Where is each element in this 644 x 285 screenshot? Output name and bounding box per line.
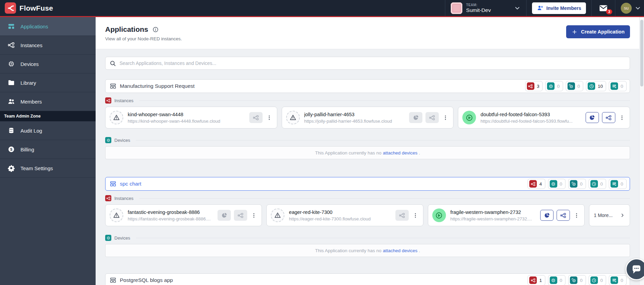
instance-name: kind-whooper-swan-4448 (128, 112, 245, 117)
chip-arrow-icon (570, 276, 577, 284)
instance-tile[interactable]: doubtful-red-footed-falcon-5393 https://… (458, 107, 630, 128)
status-suspended-icon (110, 208, 123, 222)
devices-section-label: Devices (105, 137, 630, 144)
instance-menu-button[interactable] (618, 114, 626, 121)
sidebar-item-billing[interactable]: Billing (0, 140, 96, 159)
instances-section-label: Instances (105, 195, 630, 202)
divider (139, 198, 630, 199)
dashboard-button[interactable] (409, 112, 422, 123)
instance-menu-button[interactable] (442, 114, 449, 121)
application-header[interactable]: Manufacturing Support Request 3 0 0 10 0 (105, 79, 630, 93)
badge-devices: 0 (548, 179, 566, 189)
attached-devices-link[interactable]: attached devices (383, 248, 417, 253)
search-input[interactable] (120, 60, 630, 66)
application-name: PostgreSQL blogs app (120, 277, 173, 283)
sidebar-item-library[interactable]: Library (0, 73, 96, 92)
flowfuse-logo-icon (5, 2, 16, 14)
instance-name: doubtful-red-footed-falcon-5393 (480, 112, 581, 117)
instance-url: https://eager-red-kite-7300.flowfuse.clo… (289, 216, 391, 221)
chip-arrow-icon (570, 180, 577, 188)
status-running-icon (432, 208, 446, 222)
chevron-down-icon[interactable] (634, 5, 641, 12)
badge-pipelines: 0 (609, 81, 627, 91)
scrollbar-thumb[interactable] (640, 20, 643, 86)
divider (136, 238, 630, 238)
instances-icon (529, 180, 537, 188)
create-application-button[interactable]: Create Application (566, 25, 630, 38)
instance-tile[interactable]: jolly-pallid-harrier-4653 https://jolly-… (282, 107, 454, 128)
badge-device-groups: 0 (568, 179, 586, 189)
instance-url: https://jolly-pallid-harrier-4653.flowfu… (304, 119, 405, 124)
open-editor-button[interactable] (395, 210, 409, 221)
instance-tile[interactable]: kind-whooper-swan-4448 https://kind-whoo… (105, 107, 277, 128)
dollar-icon (8, 146, 15, 153)
instance-tile[interactable]: fantastic-evening-grosbeak-8886 https://… (105, 204, 262, 226)
projects-icon (110, 277, 116, 284)
instance-name: eager-red-kite-7300 (289, 209, 391, 215)
notification-badge: 3 (606, 9, 612, 14)
search-bar (105, 57, 630, 70)
instances-icon (529, 276, 537, 284)
sidebar-item-members[interactable]: Members (0, 92, 96, 111)
instance-url: https://kind-whooper-swan-4448.flowfuse.… (128, 119, 245, 124)
attached-devices-link[interactable]: attached devices (383, 150, 417, 155)
more-instances-label: 1 More... (594, 213, 613, 218)
instance-tile[interactable]: eager-red-kite-7300 https://eager-red-ki… (266, 204, 423, 226)
instances-icon (8, 41, 15, 49)
dashboard-button[interactable] (586, 112, 599, 123)
open-editor-button[interactable] (249, 112, 263, 123)
sidebar-item-applications[interactable]: Applications (0, 17, 96, 36)
badge-device-groups: 0 (566, 81, 584, 91)
application-header-selected[interactable]: spc chart 4 0 0 0 0 (105, 177, 630, 191)
status-suspended-icon (286, 111, 300, 124)
chip-icon (105, 137, 111, 143)
sidebar-item-team-settings[interactable]: Team Settings (0, 159, 96, 178)
team-selector[interactable]: TEAM: Sumit-Dev (445, 0, 526, 16)
sidebar-item-devices[interactable]: Devices (0, 55, 96, 73)
instance-menu-button[interactable] (250, 212, 257, 219)
sidebar-item-audit-log[interactable]: Audit Log (0, 121, 96, 140)
instance-menu-button[interactable] (412, 212, 419, 219)
gear-icon (8, 164, 15, 172)
instance-tile[interactable]: fragile-western-swamphen-2732 https://fr… (428, 204, 585, 226)
status-suspended-icon (271, 208, 284, 222)
create-application-label: Create Application (581, 29, 625, 35)
team-label: TEAM: (466, 3, 510, 7)
divider (136, 140, 630, 140)
team-admin-zone-header: Team Admin Zone (0, 111, 96, 121)
team-name: Sumit-Dev (466, 7, 510, 13)
open-editor-button[interactable] (425, 112, 439, 123)
open-editor-button[interactable] (557, 210, 570, 221)
badge-devices: 0 (545, 81, 563, 91)
more-instances-button[interactable]: 1 More... (589, 204, 630, 226)
instances-section-label: Instances (105, 97, 630, 104)
dashboard-button[interactable] (540, 210, 554, 221)
open-editor-button[interactable] (234, 210, 247, 221)
sidebar-item-label: Audit Log (20, 128, 42, 134)
chip-icon (550, 276, 557, 284)
notifications-button[interactable]: 3 (591, 0, 615, 16)
invite-members-button[interactable]: Invite Members (532, 2, 586, 14)
pipeline-icon (611, 180, 618, 188)
sidebar-item-label: Members (20, 99, 42, 105)
divider (139, 100, 630, 101)
user-avatar[interactable]: su (621, 3, 632, 14)
badge-devices: 0 (548, 275, 566, 285)
instance-name: jolly-pallid-harrier-4653 (304, 112, 405, 117)
folder-icon (8, 79, 15, 86)
instance-menu-button[interactable] (266, 114, 273, 121)
pipeline-icon (611, 82, 618, 90)
instance-menu-button[interactable] (573, 212, 580, 219)
sidebar-item-instances[interactable]: Instances (0, 36, 96, 55)
open-editor-button[interactable] (602, 112, 615, 123)
invite-members-label: Invite Members (546, 5, 581, 11)
instance-name: fantastic-evening-grosbeak-8886 (128, 209, 213, 215)
dashboard-button[interactable] (218, 210, 231, 221)
sidebar: Applications Instances Devices Library M… (0, 17, 96, 285)
scrollbar-track[interactable] (639, 17, 644, 285)
application-header[interactable]: PostgreSQL blogs app 1 0 0 0 0 (105, 273, 630, 285)
brand[interactable]: FlowFuse (0, 2, 53, 14)
sidebar-item-label: Applications (20, 24, 48, 29)
page-header: Applications View all of your Node-RED i… (96, 17, 639, 49)
search-icon (110, 60, 116, 67)
